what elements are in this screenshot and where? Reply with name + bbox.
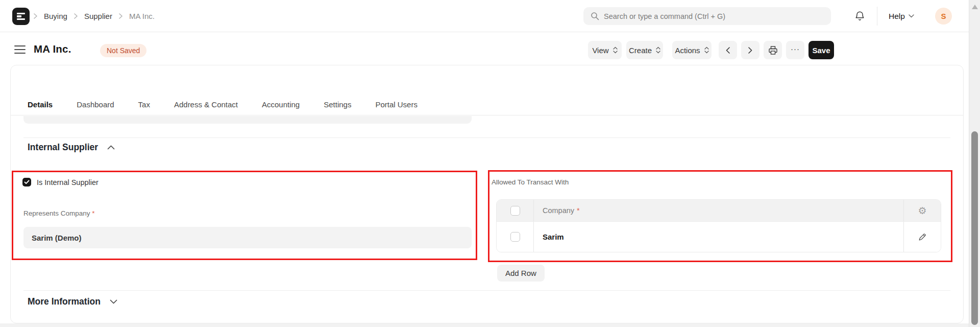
erpnext-logo[interactable] bbox=[12, 8, 30, 25]
form-card: Details Dashboard Tax Address & Contact … bbox=[10, 65, 964, 323]
allowed-to-transact-label: Allowed To Transact With bbox=[492, 178, 569, 186]
chevron-left-icon bbox=[726, 47, 730, 54]
tab-address-contact[interactable]: Address & Contact bbox=[174, 100, 238, 109]
unfold-icon bbox=[704, 46, 709, 54]
unfold-icon bbox=[656, 46, 660, 54]
select-all-checkbox[interactable] bbox=[510, 206, 520, 216]
company-column-header: Company * bbox=[533, 200, 903, 221]
is-internal-supplier-label: Is Internal Supplier bbox=[37, 178, 99, 186]
chevron-down-icon bbox=[909, 14, 914, 18]
bell-icon bbox=[854, 11, 865, 22]
allowed-to-transact-grid: Company * ⚙ Sarim bbox=[496, 199, 941, 252]
save-button-label: Save bbox=[812, 46, 830, 55]
table-row[interactable]: Sarim bbox=[497, 221, 941, 252]
represents-company-value: Sarim (Demo) bbox=[32, 233, 82, 242]
actions-button-label: Actions bbox=[675, 46, 700, 55]
section-title: More Information bbox=[28, 296, 101, 307]
required-marker: * bbox=[92, 209, 94, 217]
next-document-button[interactable] bbox=[741, 41, 760, 59]
page-background-strip bbox=[0, 323, 969, 327]
pencil-icon[interactable] bbox=[918, 232, 927, 241]
breadcrumb: Buying Supplier MA Inc. bbox=[34, 0, 155, 32]
clipped-field-bottom[interactable] bbox=[23, 116, 472, 124]
help-menu[interactable]: Help bbox=[889, 0, 914, 32]
scrollbar-thumb[interactable] bbox=[971, 131, 978, 325]
navbar-divider bbox=[877, 7, 877, 26]
print-button[interactable] bbox=[764, 41, 782, 59]
printer-icon bbox=[768, 45, 778, 55]
page: Buying Supplier MA Inc. Search or type a… bbox=[0, 0, 980, 327]
company-cell[interactable]: Sarim bbox=[533, 222, 903, 252]
section-title: Internal Supplier bbox=[28, 142, 98, 153]
checkmark-icon bbox=[24, 180, 30, 184]
company-cell-value: Sarim bbox=[543, 232, 564, 241]
chevron-right-icon bbox=[34, 13, 37, 19]
tab-portal-users[interactable]: Portal Users bbox=[375, 100, 418, 109]
view-button-label: View bbox=[592, 46, 608, 55]
collapse-chevron-up-icon bbox=[107, 145, 115, 150]
gear-icon: ⚙ bbox=[918, 205, 926, 216]
tab-dashboard[interactable]: Dashboard bbox=[77, 100, 114, 109]
form-tabs: Details Dashboard Tax Address & Contact … bbox=[11, 94, 963, 115]
create-button[interactable]: Create bbox=[626, 41, 663, 59]
top-navbar: Buying Supplier MA Inc. Search or type a… bbox=[0, 0, 980, 32]
more-information-section-header[interactable]: More Information bbox=[28, 296, 117, 307]
tab-details[interactable]: Details bbox=[28, 100, 53, 109]
represents-company-input[interactable]: Sarim (Demo) bbox=[23, 227, 472, 248]
is-internal-supplier-checkbox-row[interactable]: Is Internal Supplier bbox=[22, 178, 99, 186]
notifications-button[interactable] bbox=[851, 9, 868, 24]
tab-accounting[interactable]: Accounting bbox=[262, 100, 300, 109]
search-placeholder: Search or type a command (Ctrl + G) bbox=[604, 12, 725, 20]
company-column-label: Company bbox=[543, 206, 574, 215]
row-select-checkbox[interactable] bbox=[510, 232, 520, 242]
breadcrumb-supplier[interactable]: Supplier bbox=[84, 12, 112, 20]
menu-button[interactable]: ··· bbox=[786, 41, 804, 59]
sidebar-toggle-button[interactable] bbox=[14, 45, 26, 54]
grid-settings-button[interactable]: ⚙ bbox=[918, 206, 926, 216]
erpnext-logo-icon bbox=[17, 13, 25, 20]
tab-tax[interactable]: Tax bbox=[138, 100, 150, 109]
breadcrumb-buying[interactable]: Buying bbox=[44, 12, 67, 20]
represents-company-label: Represents Company * bbox=[23, 209, 95, 217]
chevron-right-icon bbox=[74, 13, 78, 19]
search-icon bbox=[591, 12, 599, 20]
avatar-initial: S bbox=[941, 12, 946, 20]
add-row-button[interactable]: Add Row bbox=[497, 265, 545, 282]
page-scrollbar[interactable] bbox=[969, 0, 980, 327]
section-divider bbox=[23, 137, 950, 138]
ellipsis-icon: ··· bbox=[791, 44, 800, 56]
is-internal-supplier-checkbox[interactable] bbox=[22, 178, 31, 186]
grid-header-row: Company * ⚙ bbox=[497, 200, 941, 221]
unfold-icon bbox=[613, 46, 618, 54]
required-marker: * bbox=[577, 206, 580, 215]
actions-button[interactable]: Actions bbox=[672, 41, 712, 59]
view-button[interactable]: View bbox=[588, 41, 622, 59]
section-divider bbox=[23, 290, 950, 291]
user-avatar[interactable]: S bbox=[935, 8, 952, 25]
save-button[interactable]: Save bbox=[808, 41, 834, 59]
page-title: MA Inc. bbox=[34, 43, 71, 55]
breadcrumb-current: MA Inc. bbox=[129, 12, 155, 20]
status-badge: Not Saved bbox=[100, 44, 146, 57]
tab-settings[interactable]: Settings bbox=[324, 100, 351, 109]
internal-supplier-section-header[interactable]: Internal Supplier bbox=[28, 142, 115, 153]
prev-document-button[interactable] bbox=[719, 41, 737, 59]
chevron-right-icon bbox=[748, 47, 752, 54]
help-label: Help bbox=[889, 12, 905, 21]
search-input[interactable]: Search or type a command (Ctrl + G) bbox=[583, 7, 831, 25]
expand-chevron-down-icon bbox=[110, 299, 117, 304]
chevron-right-icon bbox=[119, 13, 122, 19]
represents-company-label-text: Represents Company bbox=[23, 209, 90, 217]
scroll-up-icon[interactable] bbox=[972, 5, 978, 9]
create-button-label: Create bbox=[629, 46, 652, 55]
